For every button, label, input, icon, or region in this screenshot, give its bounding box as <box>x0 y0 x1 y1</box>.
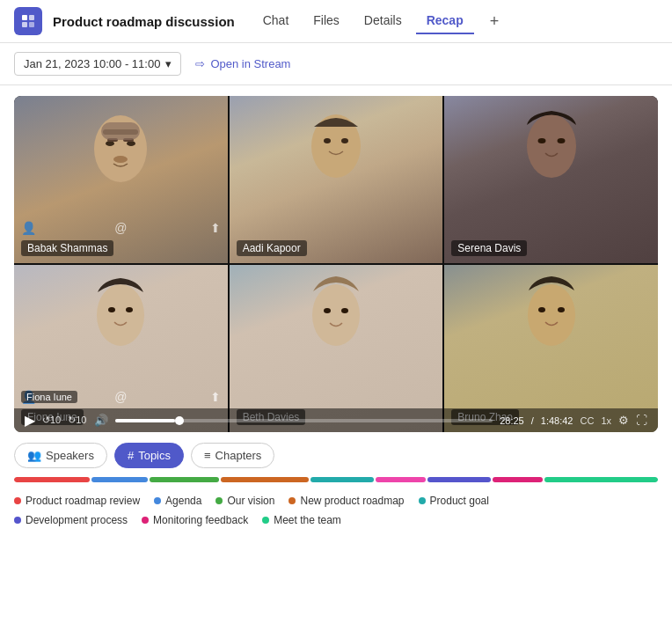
tab-details[interactable]: Details <box>354 8 413 34</box>
legend-item-4[interactable]: Product goal <box>419 495 489 507</box>
participant-name-serena: Serena Davis <box>451 240 527 256</box>
participant-cell-babak: Babak Shammas 👤 @ ⬆ <box>14 96 228 263</box>
topics-tab[interactable]: # Topics <box>114 443 184 468</box>
bar-segment-7 <box>493 477 543 482</box>
svg-point-19 <box>108 307 115 312</box>
play-button[interactable]: ▶ <box>25 412 35 429</box>
video-controls-bar: ▶ ↺10 ↻10 🔊 28:25 / 1:48:42 CC 1x ⚙ ⛶ <box>14 408 658 432</box>
topics-progress-bar <box>14 477 658 482</box>
time-total: 1:48:42 <box>541 415 573 426</box>
tab-chat[interactable]: Chat <box>252 8 300 34</box>
legend-dot-7 <box>262 517 269 524</box>
share-icon: ⬆ <box>210 221 221 235</box>
sub-header: Jan 21, 2023 10:00 - 11:00 ▾ ⇨ Open in S… <box>0 43 672 85</box>
svg-point-9 <box>113 156 128 163</box>
legend-dot-1 <box>154 497 161 504</box>
speakers-label: Speakers <box>46 449 94 462</box>
fullscreen-button[interactable]: ⛶ <box>636 414 647 427</box>
stream-icon: ⇨ <box>195 57 205 70</box>
svg-point-23 <box>341 308 348 313</box>
topics-label: Topics <box>138 449 171 462</box>
hashtag-icon: # <box>128 449 134 462</box>
legend-label-1: Agenda <box>165 495 201 507</box>
bar-segment-1 <box>91 477 148 482</box>
volume-button[interactable]: 🔊 <box>94 414 108 427</box>
meeting-title: Product roadmap discussion <box>53 14 235 29</box>
participant-cell-bruno: Bruno Zhao <box>444 265 658 432</box>
speakers-icon: 👥 <box>27 449 41 462</box>
add-tab-button[interactable]: + <box>485 9 505 34</box>
svg-point-18 <box>97 284 144 346</box>
svg-rect-1 <box>29 15 34 20</box>
svg-point-26 <box>558 307 565 312</box>
chapters-tab[interactable]: ≡ Chapters <box>191 443 274 468</box>
legend-item-1[interactable]: Agenda <box>154 495 201 507</box>
chapters-label: Chapters <box>215 449 262 462</box>
speed-button[interactable]: 1x <box>601 415 611 426</box>
progress-bar[interactable] <box>115 419 493 422</box>
legend-dot-0 <box>14 497 21 504</box>
video-grid: Babak Shammas 👤 @ ⬆ Aadi Kapoor <box>14 96 658 432</box>
legend-label-5: Development process <box>26 514 128 526</box>
tab-recap[interactable]: Recap <box>416 8 474 34</box>
legend-label-6: Monitoring feedback <box>153 514 248 526</box>
caption-button[interactable]: CC <box>580 415 594 426</box>
svg-point-21 <box>312 284 360 346</box>
header: Product roadmap discussion Chat Files De… <box>0 0 672 43</box>
tab-files[interactable]: Files <box>303 8 350 34</box>
bar-segment-5 <box>376 477 426 482</box>
list-icon: ≡ <box>204 449 211 462</box>
date-label: Jan 21, 2023 10:00 - 11:00 <box>24 57 160 70</box>
legend-dot-5 <box>14 517 21 524</box>
svg-point-14 <box>341 138 348 143</box>
legend-label-3: New product roadmap <box>300 495 404 507</box>
rewind-button[interactable]: ↺10 <box>42 415 61 426</box>
bar-segment-2 <box>150 477 219 482</box>
legend-label-0: Product roadmap review <box>26 495 140 507</box>
legend-item-2[interactable]: Our vision <box>215 495 274 507</box>
fast-forward-button[interactable]: ↻10 <box>68 415 86 426</box>
legend-item-5[interactable]: Development process <box>14 514 128 526</box>
right-controls: CC 1x ⚙ ⛶ <box>580 414 647 427</box>
chevron-down-icon: ▾ <box>165 57 172 70</box>
legend-item-0[interactable]: Product roadmap review <box>14 495 140 507</box>
speakers-tab[interactable]: 👥 Speakers <box>14 443 107 468</box>
participant-name-aadi: Aadi Kapoor <box>237 240 307 256</box>
legend-item-7[interactable]: Meet the team <box>262 514 341 526</box>
svg-rect-0 <box>22 15 27 20</box>
date-selector[interactable]: Jan 21, 2023 10:00 - 11:00 ▾ <box>14 52 181 76</box>
legend-label-2: Our vision <box>227 495 274 507</box>
legend-dot-4 <box>419 497 426 504</box>
participant-cell-serena: Serena Davis <box>444 96 658 263</box>
svg-point-25 <box>538 307 545 312</box>
mention-icon: @ <box>114 221 127 235</box>
svg-point-20 <box>126 307 133 312</box>
bar-segment-6 <box>427 477 491 482</box>
svg-point-17 <box>557 138 565 143</box>
legend-label-4: Product goal <box>430 495 489 507</box>
svg-point-24 <box>528 284 575 346</box>
legend-item-3[interactable]: New product roadmap <box>289 495 404 507</box>
view-tabs-row: 👥 Speakers # Topics ≡ Chapters <box>0 439 672 475</box>
svg-point-13 <box>324 138 331 143</box>
time-separator: / <box>531 415 534 426</box>
participant-name-babak: Babak Shammas <box>21 240 113 256</box>
settings-button[interactable]: ⚙ <box>618 414 629 427</box>
bar-segment-8 <box>544 477 658 482</box>
topics-legend-row1: Product roadmap review Agenda Our vision… <box>0 491 672 512</box>
stream-label: Open in Stream <box>210 57 290 70</box>
open-in-stream-button[interactable]: ⇨ Open in Stream <box>195 57 290 70</box>
app-icon <box>14 7 42 35</box>
legend-item-6[interactable]: Monitoring feedback <box>142 514 248 526</box>
participant-label-fiona: Fiona Iune <box>21 391 77 403</box>
svg-rect-11 <box>103 129 138 135</box>
svg-point-15 <box>527 114 576 178</box>
bar-segment-0 <box>14 477 90 482</box>
legend-dot-2 <box>215 497 223 504</box>
svg-point-16 <box>537 138 545 143</box>
time-display: 28:25 <box>500 415 524 426</box>
svg-point-22 <box>324 308 331 313</box>
legend-dot-6 <box>142 517 149 524</box>
nav-tabs: Chat Files Details Recap <box>252 8 474 34</box>
add-person-icon: 👤 <box>21 221 36 235</box>
